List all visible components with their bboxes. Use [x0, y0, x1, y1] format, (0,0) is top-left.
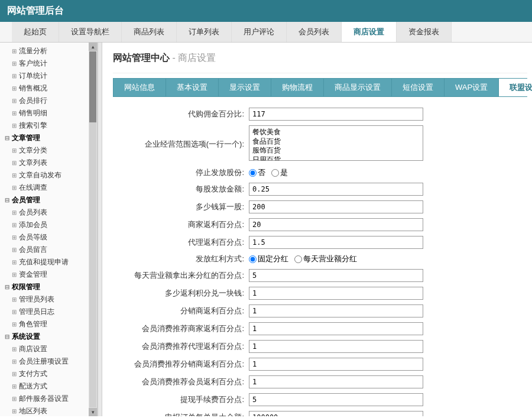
topnav-item-7[interactable]: 资金报表 [397, 22, 452, 42]
form-label-8: 每天营业额拿出来分红的百分点: [113, 270, 249, 281]
sidebar-item-26[interactable]: 支付方式 [0, 368, 97, 380]
sidebar-item-3[interactable]: 销售概况 [0, 82, 97, 95]
sidebar-item-16[interactable]: 会员留言 [0, 244, 97, 256]
sidebar-item-14[interactable]: 添加会员 [0, 219, 97, 231]
form-control-10 [249, 304, 527, 317]
tab-1[interactable]: 基本设置 [166, 79, 219, 96]
form-control-7: 固定分红每天营业额分红 [249, 254, 527, 264]
tab-5[interactable]: 短信设置 [392, 79, 445, 96]
settings-tabs: 网站信息基本设置显示设置购物流程商品显示设置短信设置WAP设置联盟设置 [113, 78, 527, 97]
radio-2-0[interactable] [249, 169, 257, 177]
sidebar-item-21[interactable]: 管理员日志 [0, 306, 97, 318]
form-label-4: 多少钱算一股: [113, 202, 249, 212]
form-label-10: 分销商返利百分点: [113, 306, 249, 316]
sidebar-item-0[interactable]: 流量分析 [0, 45, 97, 57]
sidebar-item-6[interactable]: 搜索引擎 [0, 119, 97, 132]
topnav-item-4[interactable]: 用户评论 [232, 22, 287, 42]
tab-2[interactable]: 显示设置 [219, 79, 271, 96]
sidebar-item-22[interactable]: 角色管理 [0, 318, 97, 330]
sidebar-item-18[interactable]: 资金管理 [0, 268, 97, 281]
text-input-12[interactable] [249, 340, 423, 353]
sidebar-group-7[interactable]: 文章管理 [0, 132, 97, 144]
form-control-3 [249, 183, 527, 196]
form-control-8 [249, 269, 527, 282]
scroll-track[interactable] [89, 51, 96, 407]
form-control-15 [249, 393, 527, 406]
sidebar-item-25[interactable]: 会员注册项设置 [0, 355, 97, 368]
pane-divider[interactable] [98, 43, 102, 416]
radio-label-2-1[interactable]: 是 [271, 168, 288, 177]
sidebar-item-13[interactable]: 会员列表 [0, 206, 97, 219]
tab-7[interactable]: 联盟设置 [499, 79, 532, 96]
text-input-6[interactable] [249, 236, 423, 249]
form-label-12: 会员消费推荐代理返利百分点: [113, 341, 249, 352]
sidebar-item-5[interactable]: 销售明细 [0, 107, 97, 119]
text-input-8[interactable] [249, 269, 423, 282]
topnav-item-1[interactable]: 设置导航栏 [59, 22, 122, 42]
radio-label-7-1[interactable]: 每天营业额分红 [294, 254, 357, 263]
sidebar-item-4[interactable]: 会员排行 [0, 95, 97, 107]
text-input-0[interactable] [249, 108, 423, 121]
form-row-3: 每股发放金额: [113, 183, 527, 196]
sidebar-item-28[interactable]: 邮件服务器设置 [0, 393, 97, 405]
textarea-1[interactable] [249, 125, 423, 161]
radio-label-2-0[interactable]: 否 [249, 168, 265, 177]
form-label-9: 多少返利积分兑一块钱: [113, 288, 249, 299]
tab-0[interactable]: 网站信息 [113, 79, 166, 96]
form-row-16: 申报订单每单最大金额: [113, 411, 527, 416]
text-input-15[interactable] [249, 393, 423, 406]
text-input-9[interactable] [249, 287, 423, 300]
topnav-item-6[interactable]: 商店设置 [342, 22, 397, 42]
sidebar-item-20[interactable]: 管理员列表 [0, 293, 97, 306]
radio-7-0[interactable] [249, 255, 257, 263]
radio-label-7-0[interactable]: 固定分红 [249, 254, 288, 263]
main-area: 流量分析客户统计订单统计销售概况会员排行销售明细搜索引擎文章管理文章分类文章列表… [0, 43, 532, 416]
sidebar-group-19[interactable]: 权限管理 [0, 281, 97, 293]
text-input-10[interactable] [249, 304, 423, 317]
sidebar-item-15[interactable]: 会员等级 [0, 231, 97, 244]
settings-form: 代购佣金百分比:企业经营范围选项(一行一个):停止发放股份:否是每股发放金额:多… [113, 97, 527, 416]
sidebar-item-17[interactable]: 充值和提现申请 [0, 256, 97, 268]
scroll-down-arrow[interactable]: ▾ [89, 408, 97, 416]
form-label-16: 申报订单每单最大金额: [113, 412, 249, 416]
form-control-16 [249, 411, 527, 416]
sidebar-item-27[interactable]: 配送方式 [0, 380, 97, 393]
sidebar-item-29[interactable]: 地区列表 [0, 405, 97, 416]
topnav-item-2[interactable]: 商品列表 [122, 22, 177, 42]
text-input-11[interactable] [249, 322, 423, 335]
tab-3[interactable]: 购物流程 [271, 79, 324, 96]
sidebar-item-2[interactable]: 订单统计 [0, 70, 97, 82]
topnav-item-5[interactable]: 会员列表 [287, 22, 342, 42]
sidebar-item-9[interactable]: 文章列表 [0, 157, 97, 169]
sidebar-item-1[interactable]: 客户统计 [0, 57, 97, 70]
radio-7-1[interactable] [294, 255, 302, 263]
text-input-4[interactable] [249, 200, 423, 213]
scroll-up-arrow[interactable]: ▴ [89, 43, 97, 51]
form-label-14: 会员消费推荐会员返利百分点: [113, 377, 249, 387]
text-input-5[interactable] [249, 218, 423, 231]
form-label-1: 企业经营范围选项(一行一个): [113, 139, 249, 150]
text-input-3[interactable] [249, 183, 423, 196]
form-control-1 [249, 125, 527, 163]
sidebar-group-12[interactable]: 会员管理 [0, 194, 97, 206]
sidebar-item-11[interactable]: 在线调查 [0, 182, 97, 194]
form-row-4: 多少钱算一股: [113, 200, 527, 213]
tab-6[interactable]: WAP设置 [445, 79, 499, 96]
sidebar-scrollbar[interactable]: ▴ ▾ [89, 43, 97, 416]
text-input-14[interactable] [249, 375, 423, 388]
tab-4[interactable]: 商品显示设置 [324, 79, 392, 96]
radio-2-1[interactable] [271, 169, 279, 177]
topnav-item-3[interactable]: 订单列表 [177, 22, 232, 42]
form-row-6: 代理返利百分点: [113, 236, 527, 249]
text-input-16[interactable] [249, 411, 423, 416]
form-control-4 [249, 200, 527, 213]
form-row-12: 会员消费推荐代理返利百分点: [113, 340, 527, 353]
sidebar-item-8[interactable]: 文章分类 [0, 144, 97, 157]
sidebar-item-10[interactable]: 文章自动发布 [0, 169, 97, 182]
sidebar-item-24[interactable]: 商店设置 [0, 343, 97, 355]
text-input-13[interactable] [249, 358, 423, 371]
scroll-thumb[interactable] [89, 51, 96, 122]
form-row-14: 会员消费推荐会员返利百分点: [113, 375, 527, 388]
sidebar-group-23[interactable]: 系统设置 [0, 330, 97, 343]
topnav-item-0[interactable]: 起始页 [12, 22, 59, 42]
